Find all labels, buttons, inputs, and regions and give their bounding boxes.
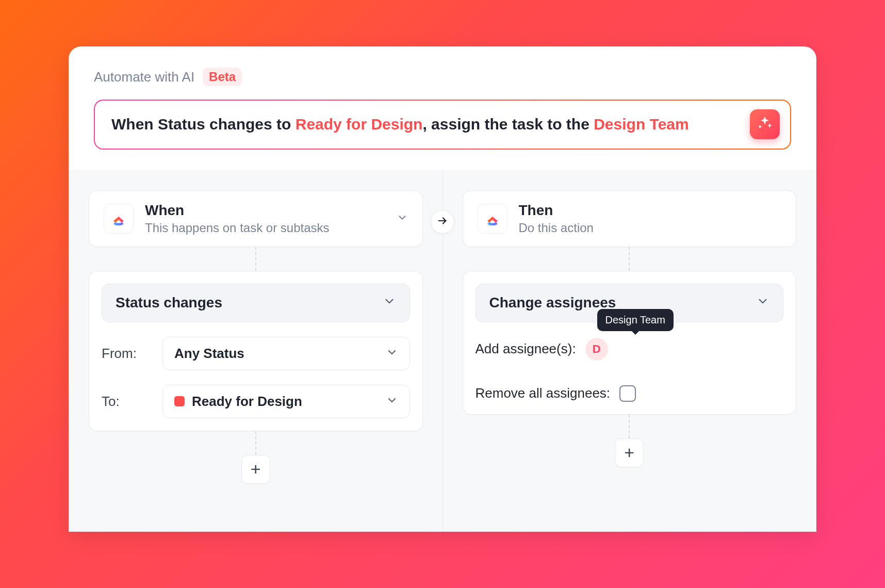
then-subtitle: Do this action	[519, 221, 782, 235]
chevron-down-icon[interactable]	[397, 212, 408, 225]
generate-button[interactable]	[750, 109, 780, 139]
plus-icon: +	[624, 443, 634, 463]
clickup-icon	[478, 204, 507, 234]
from-status-value: Any Status	[174, 346, 244, 362]
when-column: When This happens on task or subtasks St…	[69, 171, 442, 531]
plus-icon: +	[251, 459, 261, 479]
from-row: From: Any Status	[102, 337, 410, 370]
remove-assignees-row: Remove all assignees:	[476, 385, 784, 402]
chevron-down-icon	[386, 346, 398, 361]
assignee-tooltip: Design Team	[597, 309, 674, 331]
modal-top: Automate with AI Beta When Status change…	[69, 47, 816, 170]
add-assignees-label: Add assignee(s):	[476, 341, 576, 357]
prompt-part1: When Status changes to	[111, 116, 296, 133]
connector-line	[629, 415, 630, 438]
builder-columns: When This happens on task or subtasks St…	[69, 170, 816, 531]
prompt-hl1: Ready for Design	[296, 116, 423, 133]
page-title: Automate with AI	[94, 69, 194, 85]
trigger-select-label: Status changes	[116, 295, 222, 311]
beta-badge: Beta	[203, 68, 242, 86]
from-label: From:	[102, 346, 150, 362]
arrow-right-icon	[437, 215, 448, 228]
sparkle-icon	[757, 115, 773, 134]
ai-prompt-text[interactable]: When Status changes to Ready for Design,…	[95, 101, 790, 149]
ai-prompt-box[interactable]: When Status changes to Ready for Design,…	[94, 100, 791, 150]
title-row: Automate with AI Beta	[94, 68, 791, 86]
when-config-card: Status changes From: Any Status	[89, 271, 423, 431]
when-header-labels: When This happens on task or subtasks	[145, 202, 385, 235]
connector-line	[629, 247, 630, 271]
then-header-card[interactable]: Then Do this action	[463, 190, 797, 247]
then-title: Then	[519, 202, 782, 219]
status-color-swatch	[174, 396, 185, 406]
to-row: To: Ready for Design	[102, 385, 410, 418]
assignee-initial: D	[593, 342, 601, 356]
to-status-select[interactable]: Ready for Design	[162, 385, 410, 418]
chevron-down-icon	[383, 295, 396, 312]
chevron-down-icon	[756, 295, 769, 312]
connector-line	[255, 247, 256, 271]
to-status-value: Ready for Design	[192, 394, 302, 410]
prompt-hl2: Design Team	[594, 116, 689, 133]
action-select-label: Change assignees	[489, 295, 616, 311]
automation-modal: Automate with AI Beta When Status change…	[69, 46, 816, 532]
then-header-labels: Then Do this action	[519, 202, 782, 235]
connector-line	[255, 431, 256, 455]
trigger-select[interactable]: Status changes	[102, 284, 410, 322]
add-action-button[interactable]: +	[615, 438, 644, 467]
when-header-card[interactable]: When This happens on task or subtasks	[89, 190, 423, 247]
clickup-icon	[104, 204, 134, 234]
remove-assignees-label: Remove all assignees:	[476, 385, 611, 401]
then-column: Then Do this action Change assignees Des…	[442, 171, 816, 531]
remove-assignees-checkbox[interactable]	[619, 385, 636, 402]
to-label: To:	[102, 394, 150, 410]
add-assignees-row: Design Team Add assignee(s): D	[476, 338, 784, 361]
assignee-avatar[interactable]: D	[585, 338, 608, 361]
from-status-select[interactable]: Any Status	[162, 337, 410, 370]
flow-arrow	[431, 210, 454, 234]
add-trigger-button[interactable]: +	[241, 455, 270, 484]
prompt-part2: , assign the task to the	[422, 116, 594, 133]
chevron-down-icon	[386, 394, 398, 409]
when-subtitle: This happens on task or subtasks	[145, 221, 385, 235]
then-config-card: Change assignees Design Team Add assigne…	[463, 271, 797, 415]
when-title: When	[145, 202, 385, 219]
